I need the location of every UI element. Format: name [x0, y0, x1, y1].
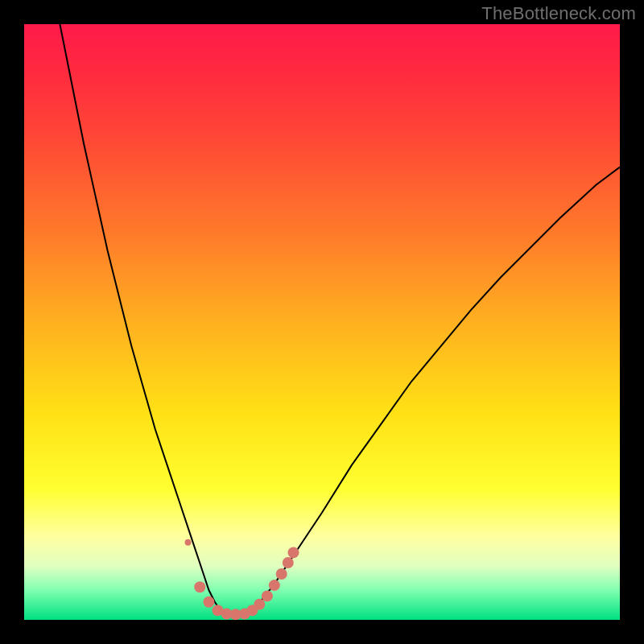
- curve-markers: [185, 539, 299, 621]
- watermark-text: TheBottleneck.com: [481, 3, 636, 24]
- curve-marker: [194, 581, 205, 592]
- bottleneck-chart: [24, 24, 620, 620]
- curve-marker: [283, 557, 294, 568]
- curve-marker: [185, 539, 192, 546]
- bottleneck-curve-path: [60, 24, 620, 617]
- curve-marker: [288, 547, 299, 558]
- curve-marker: [254, 599, 265, 610]
- curve-marker: [269, 580, 280, 591]
- curve-marker: [276, 568, 287, 580]
- curve-marker: [262, 590, 273, 601]
- curve-marker: [203, 597, 214, 608]
